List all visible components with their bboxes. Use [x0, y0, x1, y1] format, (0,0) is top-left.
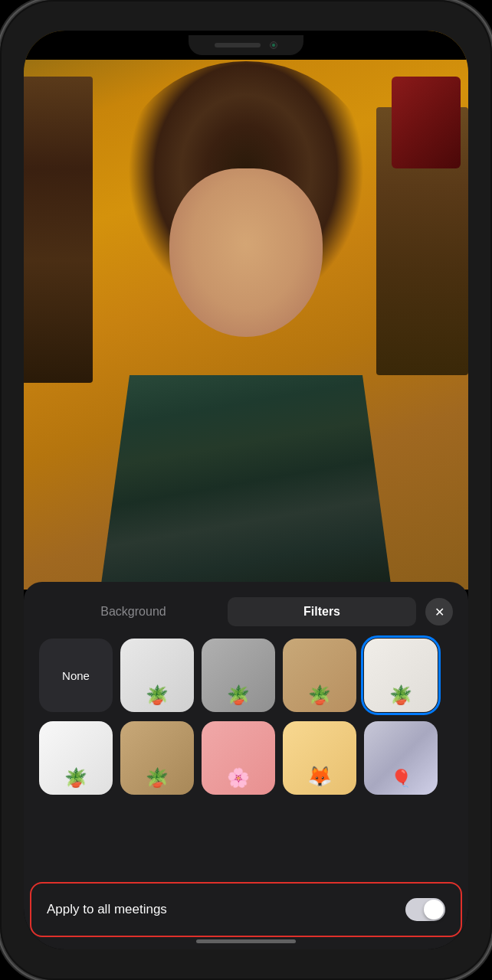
tab-switcher: Background Filters ✕	[39, 597, 453, 626]
speaker	[215, 43, 261, 47]
apply-all-meetings-row: Apply to all meetings	[30, 882, 462, 937]
filter-white[interactable]	[39, 721, 113, 795]
filter-none-label: None	[62, 669, 90, 682]
filter-tan[interactable]	[120, 721, 194, 795]
top-bar	[24, 31, 468, 60]
background-furniture-left	[24, 77, 93, 383]
apply-all-toggle[interactable]	[405, 898, 445, 921]
home-indicator	[196, 939, 296, 943]
person-body	[100, 375, 392, 590]
tab-filters[interactable]: Filters	[228, 597, 416, 626]
phone-frame: Background Filters ✕ None	[0, 0, 492, 980]
filter-gray[interactable]	[202, 639, 275, 712]
person-face	[169, 168, 323, 337]
tab-background[interactable]: Background	[39, 597, 228, 626]
filter-pink[interactable]	[202, 721, 275, 795]
bottom-panel: Background Filters ✕ None	[24, 582, 468, 949]
front-camera	[270, 41, 277, 49]
filter-none[interactable]: None	[39, 639, 113, 712]
apply-all-label: Apply to all meetings	[47, 902, 167, 917]
filter-warm[interactable]	[283, 639, 356, 712]
close-button[interactable]: ✕	[425, 598, 453, 626]
filter-light[interactable]	[120, 639, 194, 712]
filter-row-2	[36, 721, 456, 795]
phone-screen: Background Filters ✕ None	[24, 31, 468, 949]
filter-row-1: None	[36, 639, 456, 712]
background-items-top-right	[392, 77, 461, 168]
notch	[189, 35, 303, 55]
filter-fox[interactable]	[283, 721, 356, 795]
filter-grid: None	[24, 626, 468, 795]
filter-bubbles[interactable]	[364, 721, 438, 795]
camera-preview	[24, 31, 468, 590]
filter-selected[interactable]	[364, 639, 438, 712]
toggle-knob	[424, 900, 444, 920]
